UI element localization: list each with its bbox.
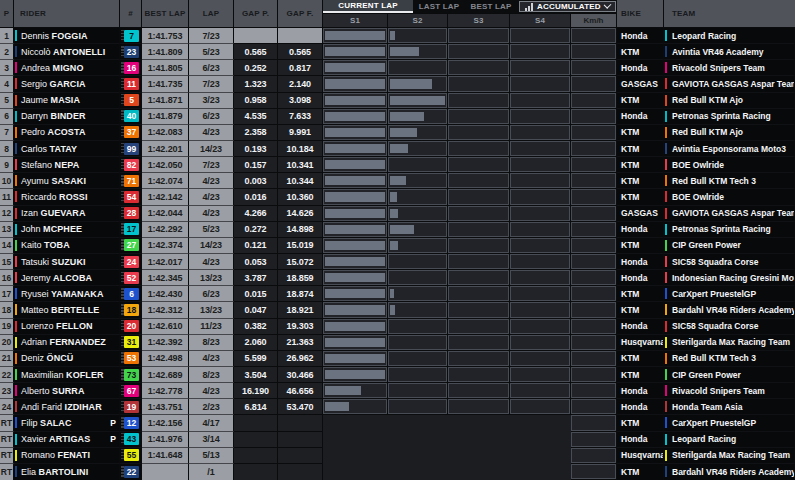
team-cell: Leopard Racing bbox=[664, 28, 795, 44]
best-lap-cell: 1:42.017 bbox=[142, 254, 189, 270]
position-cell: 23 bbox=[0, 383, 14, 399]
table-row[interactable]: 20 Adrian FERNANDEZ 31 1:42.392 8/23 2.0… bbox=[0, 335, 795, 351]
table-row[interactable]: 23 Alberto SURRA 67 1:42.778 4/23 16.190… bbox=[0, 383, 795, 399]
lap-cell: /1 bbox=[189, 464, 234, 480]
best-lap-cell: 1:41.871 bbox=[142, 93, 189, 109]
tab-current-lap[interactable]: CURRENT LAP bbox=[323, 0, 413, 13]
rider-color-bar bbox=[15, 208, 17, 219]
table-row[interactable]: RT Romano FENATI 55 1:41.648 5/13 Husqva… bbox=[0, 448, 795, 464]
col-header-gap-first: GAP F. bbox=[278, 0, 323, 28]
position-cell: 18 bbox=[0, 302, 14, 318]
team-cell: Rivacold Snipers Team bbox=[664, 383, 795, 399]
table-row[interactable]: 18 Matteo BERTELLE 18 1:42.312 13/23 0.0… bbox=[0, 302, 795, 318]
rider-color-bar bbox=[15, 240, 17, 251]
sector4-cell bbox=[510, 286, 571, 302]
tab-last-lap[interactable]: LAST LAP bbox=[413, 0, 465, 13]
team-color-bar bbox=[665, 304, 667, 315]
table-row[interactable]: 22 Maximilian KOFLER 73 1:42.689 8/23 3.… bbox=[0, 367, 795, 383]
table-row[interactable]: 11 Riccardo ROSSI 54 1:42.142 4/23 0.016… bbox=[0, 189, 795, 205]
table-row[interactable]: RT Elia BARTOLINI 22 /1 KTM Bardahl VR46… bbox=[0, 464, 795, 480]
sector2-cell bbox=[388, 351, 448, 367]
table-row[interactable]: 21 Deniz ÖNCÜ 53 1:42.498 4/23 5.599 26.… bbox=[0, 351, 795, 367]
rider-number-plate: 27 bbox=[124, 239, 139, 251]
table-row[interactable]: 2 Niccolò ANTONELLI 23 1:41.809 5/23 0.5… bbox=[0, 44, 795, 60]
col-header-s2: S2 bbox=[388, 14, 448, 28]
table-row[interactable]: 16 Jeremy ALCOBA 52 1:42.345 13/23 3.787… bbox=[0, 270, 795, 286]
gap-prev-cell: 0.252 bbox=[234, 60, 278, 76]
kmh-cell bbox=[571, 189, 617, 205]
lap-cell: 5/23 bbox=[189, 222, 234, 238]
position-cell: 4 bbox=[0, 76, 14, 92]
sector1-cell bbox=[323, 125, 388, 141]
table-row[interactable]: 1 Dennis FOGGIA 7 1:41.753 7/23 Honda Le… bbox=[0, 28, 795, 44]
number-cell: 37 bbox=[120, 125, 142, 141]
table-row[interactable]: 13 John MCPHEE 17 1:42.292 5/23 0.272 14… bbox=[0, 222, 795, 238]
rider-color-bar bbox=[15, 434, 17, 445]
team-color-bar bbox=[665, 159, 667, 170]
position-cell: 5 bbox=[0, 93, 14, 109]
sector4-cell bbox=[510, 351, 571, 367]
position-cell: 2 bbox=[0, 44, 14, 60]
rider-cell: Andi Farid IZDIHAR bbox=[14, 399, 120, 415]
sector3-cell bbox=[448, 141, 510, 157]
number-cell: 99 bbox=[120, 141, 142, 157]
team-name: CIP Green Power bbox=[672, 240, 741, 250]
kmh-cell bbox=[571, 254, 617, 270]
sector2-cell bbox=[388, 44, 448, 60]
col-header-gap-prev: GAP P. bbox=[234, 0, 278, 28]
gap-first-cell: 26.962 bbox=[278, 351, 323, 367]
table-header: P RIDER # BEST LAP LAP GAP P. GAP F. CUR… bbox=[0, 0, 795, 28]
rider-color-bar bbox=[15, 369, 17, 380]
table-row[interactable]: 7 Pedro ACOSTA 37 1:42.083 4/23 2.358 9.… bbox=[0, 125, 795, 141]
position-cell: 22 bbox=[0, 367, 14, 383]
table-row[interactable]: 17 Ryusei YAMANAKA 6 1:42.430 6/23 0.015… bbox=[0, 286, 795, 302]
team-color-bar bbox=[665, 256, 667, 267]
team-color-bar bbox=[665, 143, 667, 154]
rider-cell: Tatsuki SUZUKI bbox=[14, 254, 120, 270]
table-row[interactable]: 3 Andrea MIGNO 16 1:41.805 6/23 0.252 0.… bbox=[0, 60, 795, 76]
table-row[interactable]: 8 Carlos TATAY 99 1:42.201 14/23 0.193 1… bbox=[0, 141, 795, 157]
table-row[interactable]: 12 Izan GUEVARA 28 1:42.044 4/23 4.266 1… bbox=[0, 206, 795, 222]
kmh-cell bbox=[571, 351, 617, 367]
table-row[interactable]: 9 Stefano NEPA 82 1:42.050 7/23 0.157 10… bbox=[0, 157, 795, 173]
lap-cell: 5/13 bbox=[189, 448, 234, 464]
sector2-cell bbox=[388, 109, 448, 125]
bike-cell: KTM bbox=[617, 189, 664, 205]
table-row[interactable]: 4 Sergio GARCIA 11 1:41.735 7/23 1.323 2… bbox=[0, 76, 795, 92]
sector4-cell bbox=[510, 173, 571, 189]
sector3-cell bbox=[448, 319, 510, 335]
rider-name: Niccolò ANTONELLI bbox=[21, 47, 116, 57]
rider-name: Ayumu SASAKI bbox=[21, 176, 116, 186]
rider-color-bar bbox=[15, 385, 17, 396]
table-row[interactable]: 19 Lorenzo FELLON 20 1:42.610 11/23 0.38… bbox=[0, 319, 795, 335]
kmh-cell bbox=[571, 206, 617, 222]
gap-prev-cell bbox=[234, 415, 278, 431]
rider-number-plate: 24 bbox=[124, 256, 139, 268]
rider-cell: Izan GUEVARA bbox=[14, 206, 120, 222]
table-row[interactable]: 24 Andi Farid IZDIHAR 19 1:43.751 2/23 6… bbox=[0, 399, 795, 415]
rider-name: Pedro ACOSTA bbox=[21, 127, 116, 137]
table-row[interactable]: RT Xavier ARTIGAS P 43 1:41.976 3/14 Hon… bbox=[0, 432, 795, 448]
table-row[interactable]: 15 Tatsuki SUZUKI 24 1:42.017 4/23 0.053… bbox=[0, 254, 795, 270]
rider-number-plate: 55 bbox=[124, 449, 139, 461]
kmh-cell bbox=[571, 125, 617, 141]
table-row[interactable]: 10 Ayumu SASAKI 71 1:42.074 4/23 0.003 1… bbox=[0, 173, 795, 189]
table-row[interactable]: 14 Kaito TOBA 27 1:42.374 14/23 0.121 15… bbox=[0, 238, 795, 254]
sector2-cell bbox=[388, 76, 448, 92]
bike-cell: KTM bbox=[617, 351, 664, 367]
rider-number-plate: 16 bbox=[124, 62, 139, 74]
best-lap-cell: 1:41.805 bbox=[142, 60, 189, 76]
team-name: Petronas Sprinta Racing bbox=[672, 224, 771, 234]
table-row[interactable]: RT Filip SALAC P 12 1:42.156 4/17 KTM Ca… bbox=[0, 415, 795, 431]
bike-cell: Honda bbox=[617, 254, 664, 270]
bike-cell: Honda bbox=[617, 383, 664, 399]
sector2-cell bbox=[388, 125, 448, 141]
table-row[interactable]: 6 Darryn BINDER 40 1:41.879 6/23 4.535 7… bbox=[0, 109, 795, 125]
table-row[interactable]: 5 Jaume MASIA 5 1:41.871 3/23 0.958 3.09… bbox=[0, 93, 795, 109]
number-cell: 71 bbox=[120, 173, 142, 189]
sector2-cell bbox=[388, 302, 448, 318]
tab-best-lap[interactable]: BEST LAP bbox=[465, 0, 517, 13]
team-color-bar bbox=[665, 111, 667, 122]
accumulated-dropdown[interactable]: ACCUMULATED bbox=[519, 1, 616, 12]
gap-prev-cell bbox=[234, 448, 278, 464]
